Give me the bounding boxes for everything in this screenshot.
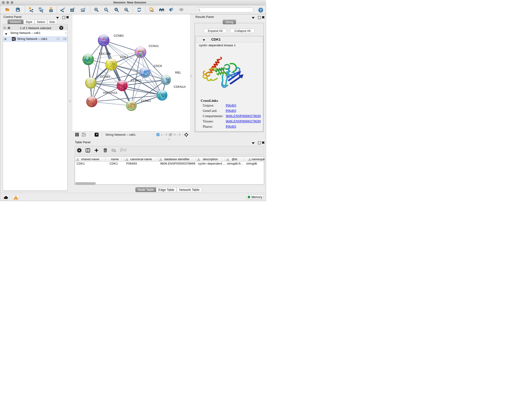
svg-text:CCNA2: CCNA2: [131, 79, 141, 82]
svg-text:CDKN1A: CDKN1A: [174, 85, 186, 89]
svg-text:CDK1: CDK1: [120, 55, 128, 59]
svg-text:CCNE1: CCNE1: [141, 99, 151, 102]
svg-text:CCNB2: CCNB2: [114, 34, 124, 37]
svg-text:RB1: RB1: [175, 71, 181, 74]
svg-text:CDC25B: CDC25B: [99, 52, 111, 56]
svg-text:CCNB1: CCNB1: [100, 75, 110, 78]
svg-text:CCNA1: CCNA1: [149, 44, 159, 48]
svg-text:CDC6: CDC6: [154, 64, 162, 68]
svg-text:HIST1H1A: HIST1H1A: [103, 91, 117, 95]
svg-text:?: ?: [260, 8, 262, 12]
